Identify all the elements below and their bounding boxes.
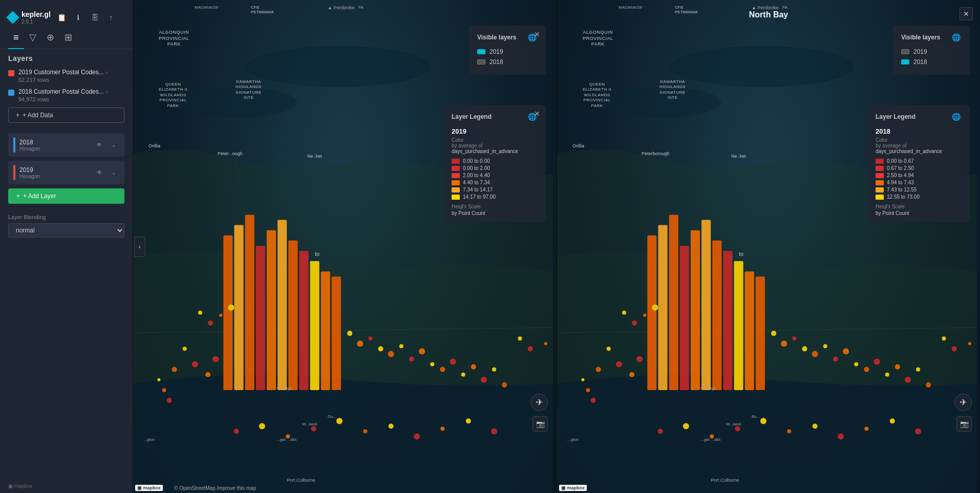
app-name: kepler.gl bbox=[22, 10, 51, 18]
left-legend-range-4: 4.40 to 7.34 bbox=[452, 180, 538, 185]
left-screenshot-btn[interactable]: 📷 bbox=[532, 416, 548, 432]
left-visible-layers-close-btn[interactable]: ✕ bbox=[531, 29, 543, 40]
left-swatch-1 bbox=[452, 159, 460, 164]
left-swatch-3 bbox=[452, 173, 460, 178]
layer-blending-label: Layer Blending bbox=[8, 214, 124, 220]
left-layer-legend-close-btn[interactable]: ✕ bbox=[531, 108, 543, 119]
storage-icon-btn[interactable]: 🗄 bbox=[88, 10, 102, 25]
left-legend-by-value: days_purchased_in_advance bbox=[452, 148, 538, 154]
data-color-2019 bbox=[8, 70, 14, 76]
left-legend-range-5: 7.34 to 14.17 bbox=[452, 187, 538, 192]
notebook-icon-btn[interactable]: 📋 bbox=[55, 10, 69, 25]
data-source-rows-2019: 52,217 rows bbox=[18, 77, 124, 83]
add-layer-icon: + bbox=[16, 192, 20, 200]
left-legend-year: 2019 bbox=[452, 127, 538, 135]
logo-info: kepler.gl 2.0.1 bbox=[22, 10, 51, 25]
info-icon-btn[interactable]: ℹ bbox=[71, 10, 86, 25]
right-pane-close-btn[interactable]: ✕ bbox=[960, 7, 973, 20]
layer-visibility-btn-2018[interactable]: 👁 bbox=[94, 139, 105, 151]
app-version: 2.0.1 bbox=[22, 19, 51, 25]
right-layer-legend-panel: Layer Legend 🌐 2018 Color by average of … bbox=[867, 105, 970, 222]
chevron-right-icon-2019: › bbox=[106, 70, 108, 75]
left-layer-legend-title: Layer Legend bbox=[452, 113, 492, 120]
app-container: kepler.gl 2.0.1 📋 ℹ 🗄 ↑ ≡ ▽ ⊕ ⊞ Layers bbox=[0, 0, 980, 493]
add-layer-button[interactable]: + + Add Layer bbox=[8, 188, 124, 204]
logo-diamond bbox=[6, 11, 19, 24]
right-swatch-3 bbox=[876, 173, 884, 178]
sidebar-nav-filter[interactable]: ▽ bbox=[24, 27, 41, 49]
add-data-button[interactable]: + + Add Data bbox=[8, 108, 124, 123]
right-legend-range-5: 7.43 to 12.55 bbox=[876, 187, 962, 192]
layer-expand-btn-2019[interactable]: ⌄ bbox=[108, 167, 119, 178]
left-legend-range-6: 14.17 to 97.00 bbox=[452, 194, 538, 200]
map-container: ALGONQUINPROVINCIALPARK QUEENELIZABETH I… bbox=[133, 0, 980, 493]
data-source-item-2018: 2018 Customer Postal Codes... › 94,972 r… bbox=[8, 88, 124, 102]
right-visible-layer-2019: 2019 bbox=[901, 48, 962, 55]
layer-name-2018: 2018 bbox=[19, 139, 40, 146]
left-collapse-btn[interactable]: ‹ bbox=[134, 237, 145, 257]
right-legend-range-2: 0.67 to 2.50 bbox=[876, 165, 962, 171]
left-layer-color-2018 bbox=[477, 59, 485, 65]
sidebar-nav-basemap[interactable]: ⊞ bbox=[59, 27, 77, 49]
map-divider bbox=[556, 0, 557, 493]
right-visible-layers-globe-btn[interactable]: 🌐 bbox=[950, 32, 962, 43]
left-osm-attribution: © OpenStreetMap Improve this map bbox=[174, 485, 256, 491]
left-legend-range-1: 0.00 to 0.00 bbox=[452, 158, 538, 164]
data-source-rows-2018: 94,972 rows bbox=[18, 96, 124, 102]
layer-name-2019: 2019 bbox=[19, 166, 40, 174]
left-legend-range-2: 0.00 to 2.00 bbox=[452, 165, 538, 171]
layer-type-2019: Hexagon bbox=[19, 174, 40, 179]
right-swatch-2 bbox=[876, 166, 884, 171]
left-visible-layers-title: Visible layers bbox=[477, 34, 517, 41]
right-mapbox-attribution: ▣ mapbox bbox=[559, 485, 587, 491]
data-source-name-2018[interactable]: 2018 Customer Postal Codes... › bbox=[18, 88, 124, 95]
right-screenshot-btn[interactable]: 📷 bbox=[956, 416, 972, 432]
left-visible-layer-2019: 2019 bbox=[477, 48, 538, 55]
left-compass-btn[interactable]: ✈ bbox=[530, 394, 548, 411]
layers-section-title: Layers bbox=[8, 54, 124, 62]
layer-blending-select[interactable]: normal additive subtractive bbox=[8, 223, 124, 238]
sidebar-nav-interactions[interactable]: ⊕ bbox=[41, 27, 59, 49]
data-source-item-2019: 2019 Customer Postal Codes... › 52,217 r… bbox=[8, 69, 124, 83]
right-visible-layers-panel: Visible layers 🌐 2019 2018 bbox=[893, 26, 970, 75]
right-legend-by-value: days_purchased_in_advance bbox=[876, 148, 962, 154]
sidebar-content: Layers 2019 Customer Postal Codes... › 5… bbox=[0, 49, 133, 479]
right-map-pane[interactable]: ALGONQUINPROVINCIALPARK QUEENELIZABETH I… bbox=[557, 0, 980, 493]
sidebar-nav: ≡ ▽ ⊕ ⊞ bbox=[0, 27, 133, 49]
right-swatch-6 bbox=[876, 195, 884, 200]
left-map-pane[interactable]: ALGONQUINPROVINCIALPARK QUEENELIZABETH I… bbox=[133, 0, 556, 493]
right-layer-color-2018 bbox=[901, 59, 909, 65]
data-source-name-2019[interactable]: 2019 Customer Postal Codes... › bbox=[18, 69, 124, 76]
left-swatch-5 bbox=[452, 187, 460, 192]
map-split: ALGONQUINPROVINCIALPARK QUEENELIZABETH I… bbox=[133, 0, 980, 493]
data-color-2018 bbox=[8, 90, 14, 96]
left-layer-legend-panel: Layer Legend 🌐 2019 Color by average of … bbox=[443, 105, 546, 222]
layer-type-2018: Hexagon bbox=[19, 146, 40, 152]
layer-expand-btn-2018[interactable]: ⌄ bbox=[108, 139, 119, 151]
right-height-scale-label: Height Scale bbox=[876, 204, 962, 209]
layer-visibility-btn-2019[interactable]: 👁 bbox=[94, 167, 105, 178]
add-data-label: + Add Data bbox=[23, 112, 53, 119]
right-height-scale-by: by Point Count bbox=[876, 210, 962, 216]
right-layer-label-2019: 2019 bbox=[913, 48, 927, 55]
left-legend-field-label: Color bbox=[452, 137, 538, 143]
share-icon-btn[interactable]: ↑ bbox=[104, 10, 118, 25]
right-legend-year: 2018 bbox=[876, 127, 962, 135]
right-compass-btn[interactable]: ✈ bbox=[954, 394, 972, 411]
add-data-icon: + bbox=[16, 112, 19, 119]
right-legend-range-1: 0.00 to 0.67 bbox=[876, 158, 962, 164]
sidebar: kepler.gl 2.0.1 📋 ℹ 🗄 ↑ ≡ ▽ ⊕ ⊞ Layers bbox=[0, 0, 133, 493]
right-layer-legend-globe-btn[interactable]: 🌐 bbox=[950, 111, 962, 122]
left-legend-by-label: by average of bbox=[452, 143, 538, 148]
sidebar-footer: ▣ mapbox bbox=[0, 479, 133, 493]
right-swatch-1 bbox=[876, 159, 884, 164]
right-swatch-5 bbox=[876, 187, 884, 192]
left-visible-layers-panel: Visible layers 🌐 2019 2018 ✕ bbox=[469, 26, 546, 75]
right-visible-layers-title: Visible layers bbox=[901, 34, 941, 41]
sidebar-nav-layers[interactable]: ≡ bbox=[8, 27, 24, 49]
left-mapbox-attribution: ▣ mapbox bbox=[135, 485, 163, 491]
left-height-scale-by: by Point Count bbox=[452, 210, 538, 216]
right-layer-label-2018: 2018 bbox=[913, 58, 927, 66]
left-mapbox-logo: ▣ mapbox bbox=[135, 485, 163, 491]
left-height-scale-label: Height Scale bbox=[452, 204, 538, 209]
